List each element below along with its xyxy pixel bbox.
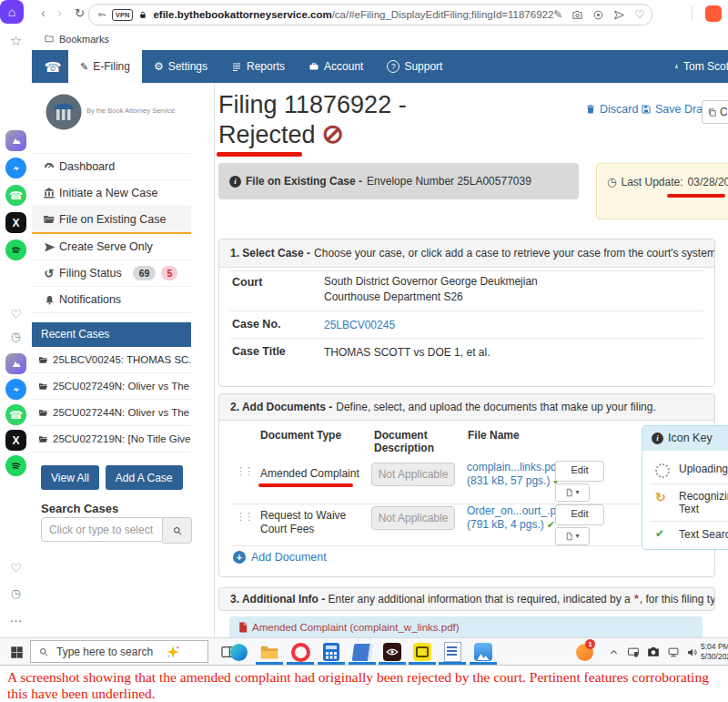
search-cases-button[interactable] (163, 517, 192, 544)
save-draft-button[interactable]: Save Draft (641, 103, 709, 116)
recent-case-item[interactable]: 25CU027219N: [No Title Given] (32, 426, 191, 453)
open-app-indicator (287, 662, 314, 665)
sidebar-item-dashboard[interactable]: Dashboard (32, 153, 191, 180)
vpn-badge[interactable]: VPN (112, 9, 133, 21)
sidebar-item-filing-status[interactable]: ↺ Filing Status 69 5 (32, 260, 191, 287)
tab-efiling[interactable]: ✎ E-Filing (68, 50, 142, 83)
case-no-link[interactable]: 25LBCV00245 (324, 318, 597, 333)
messenger-icon[interactable] (5, 379, 26, 400)
tab-reports[interactable]: Reports (219, 50, 297, 83)
bookmarks-label[interactable]: Bookmarks (59, 34, 109, 45)
add-document-label: Add Document (251, 551, 327, 564)
drag-handle-icon[interactable]: ⋮⋮ (236, 511, 252, 523)
extension-icon[interactable] (705, 5, 722, 22)
add-document-button[interactable]: + Add Document (233, 551, 327, 564)
tab-account[interactable]: Account (297, 50, 375, 83)
user-menu[interactable]: Tom Scot (674, 50, 728, 83)
whatsapp-icon[interactable]: ☎ (5, 185, 26, 206)
send-to-device-icon[interactable] (613, 9, 625, 21)
add-a-case-button[interactable]: Add A Case (106, 465, 183, 490)
start-button[interactable] (5, 641, 27, 663)
search-cases-input[interactable] (41, 517, 163, 542)
calculator-icon[interactable] (320, 641, 342, 663)
courthouse-icon (39, 187, 59, 199)
opera-icon[interactable] (289, 641, 311, 663)
x-app-icon[interactable]: X (5, 212, 26, 233)
edge-icon[interactable] (228, 641, 249, 663)
browser-side-rail: ⌂ ☆ ☎ X ♡ ◷ ☎ X ♡ ◷ … (0, 0, 32, 637)
phone-icon[interactable]: ☎ (39, 50, 66, 83)
tab-support[interactable]: ? Support (375, 50, 454, 83)
sidebar-item-label: Create Serve Only (59, 240, 153, 253)
file-name-link[interactable]: Order_on...ourt_.pdf (467, 504, 565, 518)
case-label: 25LBCV00245: THOMAS SC... (53, 354, 191, 365)
pdf-app-icon[interactable] (411, 641, 433, 663)
discard-button[interactable]: Discard (585, 103, 638, 116)
additional-info-header: 3. Additional Info - Enter any additiona… (218, 587, 715, 611)
easy-setup-star-icon[interactable]: ☆ (0, 33, 32, 48)
messenger-icon[interactable] (5, 158, 26, 178)
additional-info-attachment[interactable]: Amended Complaint (complaint_w_links.pdf… (229, 616, 703, 637)
heart-panel-icon[interactable]: ♡ (0, 307, 32, 321)
back-icon[interactable]: ‹ (41, 5, 46, 19)
forward-icon[interactable]: › (57, 5, 62, 19)
snapshot-camera-icon[interactable] (571, 9, 583, 21)
copy-filing-button[interactable]: Co (702, 100, 728, 124)
recent-case-item[interactable]: 25CU027249N: Oliver vs The ... (32, 373, 191, 400)
required-asterisk: * (634, 593, 639, 605)
edit-page-icon[interactable]: ✎ (553, 9, 562, 20)
recent-case-item[interactable]: 25LBCV00245: THOMAS SC... (32, 347, 191, 373)
sidebar-item-create-serve-only[interactable]: Create Serve Only (32, 234, 191, 260)
app-sidebar: By the Book Attorney Service Dashboard I… (32, 83, 215, 637)
sidebar-item-notifications[interactable]: Notifications (32, 287, 191, 313)
file-explorer-icon[interactable] (258, 641, 280, 663)
sidebar-item-label: File on Existing Case (59, 213, 166, 226)
info-icon: i (652, 432, 663, 444)
document-options-dropdown[interactable]: ▾ (555, 483, 590, 502)
spotify-icon[interactable] (5, 239, 26, 260)
tray-camera-icon[interactable] (642, 641, 664, 663)
reload-icon[interactable]: ↻ (75, 7, 85, 19)
site-settings-key-icon[interactable] (97, 10, 106, 19)
rail-overflow-icon[interactable]: … (0, 610, 32, 625)
tray-cast-icon[interactable] (622, 641, 644, 663)
divider (232, 545, 642, 546)
icon-key-title: Icon Key (668, 426, 713, 451)
eye-app-icon[interactable] (381, 641, 403, 663)
tab-settings[interactable]: ⚙ Settings (142, 50, 219, 83)
firm-logo (46, 94, 82, 130)
edit-document-button[interactable]: Edit (555, 504, 604, 525)
divider (650, 521, 728, 522)
file-name-link[interactable]: complain...links.pdf (467, 461, 560, 474)
pin-target-icon[interactable] (592, 9, 604, 21)
recent-case-item[interactable]: 25CU027244N: Oliver vs The ... (32, 400, 191, 426)
address-bar[interactable]: VPN efile.bythebookattorneyservice.com/c… (88, 4, 652, 25)
sidebar-item-file-on-existing-case[interactable]: File on Existing Case (32, 207, 191, 234)
photos-app-icon[interactable] (472, 641, 494, 663)
drag-handle-icon[interactable]: ⋮⋮ (236, 465, 252, 477)
view-all-button[interactable]: View All (41, 465, 99, 490)
whatsapp-icon[interactable]: ☎ (5, 404, 26, 425)
history-panel-icon[interactable]: ◷ (0, 586, 32, 600)
x-app-icon[interactable]: X (5, 430, 26, 451)
browser-home-icon[interactable]: ⌂ (0, 0, 24, 24)
bookmark-heart-icon[interactable]: ♡ (634, 9, 644, 20)
launcher-app-icon[interactable] (5, 353, 26, 374)
document-options-dropdown[interactable]: ▾ (555, 527, 590, 545)
word-app-icon[interactable] (441, 641, 463, 663)
caret-down-icon: ▾ (575, 533, 579, 540)
col-document-type: Document Type (260, 429, 341, 442)
file-meta: (831 kB, 57 pgs.)✔ (467, 474, 561, 488)
notebook-app-icon[interactable] (351, 641, 373, 663)
spotify-icon[interactable] (5, 455, 26, 476)
launcher-app-icon[interactable] (5, 130, 26, 151)
taskbar-search-box[interactable] (30, 640, 208, 663)
taskbar-clock[interactable]: 5:04 PM 5/30/2025 (701, 642, 727, 662)
heart-panel-icon[interactable]: ♡ (0, 561, 32, 575)
history-panel-icon[interactable]: ◷ (0, 330, 32, 343)
tray-chevron-up-icon[interactable] (602, 641, 624, 663)
bookmarks-folder-icon[interactable] (44, 34, 55, 44)
sidebar-item-initiate-new-case[interactable]: Initiate a New Case (32, 180, 191, 207)
taskbar-search-input[interactable] (55, 645, 166, 659)
edit-document-button[interactable]: Edit (555, 461, 604, 482)
